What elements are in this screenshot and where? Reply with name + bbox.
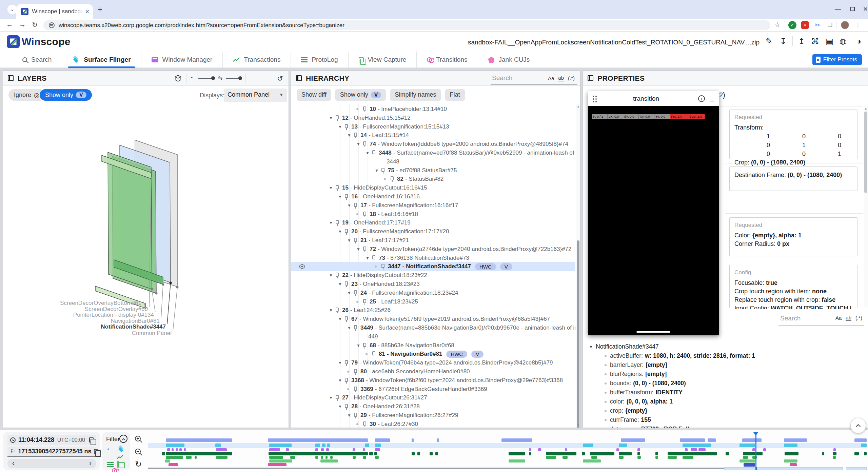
- tab-search[interactable]: Search: [12, 52, 62, 68]
- pin-icon[interactable]: [381, 264, 384, 268]
- surface-flinger-segment[interactable]: [327, 444, 331, 447]
- hierarchy-node-68[interactable]: ▼68- 885b63e NavigationBar0#68: [291, 341, 575, 350]
- transactions-segment[interactable]: [374, 452, 377, 455]
- copy-icon[interactable]: [89, 437, 94, 442]
- transactions-segment[interactable]: [785, 452, 798, 455]
- scrollbar-thumb[interactable]: [577, 240, 579, 428]
- match-case-icon[interactable]: Aa: [835, 315, 842, 321]
- window-manager-segment[interactable]: [269, 448, 280, 451]
- property-node[interactable]: currFrame:155: [583, 415, 863, 425]
- expand-arrow-icon[interactable]: ▼: [329, 220, 334, 225]
- pin-icon[interactable]: [345, 281, 348, 286]
- timeline-zoom-in-icon[interactable]: +: [135, 436, 141, 441]
- hierarchy-node-81[interactable]: 81- NavigationBar0#81HWCV: [291, 350, 575, 358]
- expand-arrow-icon[interactable]: ▼: [356, 247, 361, 252]
- transition-preview-window[interactable]: transition i P: 0 / 1dX: 0.0dY: 0.0Xv: 0…: [588, 91, 719, 335]
- transactions-segment[interactable]: [833, 452, 836, 455]
- hierarchy-node-15[interactable]: ▼15- HideDisplayCutout:16:16#15: [291, 183, 575, 192]
- show-only-chip[interactable]: Show onlyV: [335, 89, 386, 101]
- reset-view-icon[interactable]: ↺: [277, 75, 283, 83]
- window-manager-segment[interactable]: [179, 448, 181, 451]
- protolog-segment[interactable]: [743, 456, 748, 459]
- pin-icon[interactable]: [363, 247, 366, 251]
- view-capture-icon[interactable]: [117, 461, 119, 468]
- screen-recording-segment[interactable]: [268, 438, 368, 442]
- previous-frame-button[interactable]: ‹: [12, 459, 15, 467]
- site-info-icon[interactable]: [49, 22, 55, 28]
- protolog-segment[interactable]: [353, 456, 355, 459]
- browser-menu-icon[interactable]: ⋮: [854, 21, 862, 29]
- displays-dropdown[interactable]: Common Panel▼: [224, 88, 287, 101]
- collapse-timeline-icon[interactable]: [119, 435, 127, 443]
- pin-icon[interactable]: [363, 421, 366, 426]
- extension-check-icon[interactable]: ✓: [788, 21, 796, 29]
- screen-recording-segment[interactable]: [375, 438, 390, 442]
- screen-recording-segment[interactable]: [412, 438, 414, 442]
- layer-label[interactable]: ScreenDecorOverlayBottom#61: [60, 300, 141, 307]
- surface-flinger-segment[interactable]: [375, 444, 381, 447]
- pin-icon[interactable]: [336, 273, 339, 277]
- shortcuts-icon[interactable]: ⌘: [811, 37, 819, 46]
- transactions-segment[interactable]: [546, 452, 576, 455]
- simplify-names-chip[interactable]: Simplify names: [390, 89, 441, 101]
- protolog-segment[interactable]: [321, 456, 323, 459]
- expand-arrow-icon[interactable]: ▼: [375, 168, 379, 173]
- protolog-segment[interactable]: [290, 456, 295, 459]
- transactions-segment[interactable]: [822, 452, 824, 455]
- window-manager-segment[interactable]: [363, 448, 365, 451]
- pin-icon[interactable]: [336, 395, 339, 399]
- timeline-cursor[interactable]: [755, 435, 756, 467]
- view-capture-segment[interactable]: [583, 459, 601, 463]
- bookmark-star-icon[interactable]: ☆: [774, 21, 780, 28]
- match-word-icon[interactable]: ab: [558, 75, 564, 81]
- protolog-segment[interactable]: [330, 456, 332, 459]
- protolog-icon[interactable]: [107, 462, 114, 467]
- hierarchy-node-13[interactable]: ▼13- FullscreenMagnification:15:15#13: [291, 122, 575, 131]
- upload-icon[interactable]: ↥: [798, 37, 805, 46]
- transactions-segment[interactable]: [529, 452, 531, 455]
- surface-flinger-segment[interactable]: [619, 444, 627, 447]
- transactions-segment[interactable]: [269, 452, 368, 455]
- browser-tab[interactable]: Winscope | sandbox-FAI ✕: [16, 4, 93, 19]
- transactions-segment[interactable]: [582, 452, 585, 455]
- hierarchy-node-22[interactable]: ▼22- HideDisplayCutout:18:23#22: [291, 271, 575, 280]
- screen-recording-segment[interactable]: [784, 438, 807, 442]
- human-time-field[interactable]: 11:04:14.228 UTC+00:00: [7, 435, 96, 445]
- expand-arrow-icon[interactable]: ▼: [338, 378, 343, 383]
- surface-flinger-segment[interactable]: [322, 444, 326, 447]
- hierarchy-node-3447[interactable]: 3447- NotificationShade#3447HWCV: [291, 262, 575, 271]
- transactions-segment[interactable]: [417, 452, 420, 455]
- surface-flinger-segment[interactable]: [683, 444, 711, 447]
- minimap-track[interactable]: [148, 468, 724, 469]
- expand-arrow-icon[interactable]: ▼: [338, 124, 343, 129]
- surface-flinger-segment[interactable]: [365, 444, 369, 447]
- protolog-segment[interactable]: [637, 456, 641, 459]
- scroll-down-icon[interactable]: ▼: [577, 424, 580, 427]
- layer-label[interactable]: NotificationShade#3447: [101, 323, 166, 330]
- property-node[interactable]: dataspace:BT709 sRGB Full range: [583, 425, 863, 428]
- regex-icon[interactable]: (.*): [568, 75, 575, 81]
- pin-icon[interactable]: [336, 185, 339, 189]
- properties-scrollbar[interactable]: ▲: [864, 106, 868, 308]
- screen-recording-segment[interactable]: [166, 438, 232, 442]
- expand-arrow-icon[interactable]: ▼: [338, 229, 343, 234]
- protolog-segment[interactable]: [326, 456, 328, 459]
- scroll-to-top-button[interactable]: [850, 418, 866, 433]
- window-manager-segment[interactable]: [216, 448, 227, 451]
- pin-icon[interactable]: [363, 212, 366, 216]
- pin-icon[interactable]: [381, 168, 384, 172]
- pin-icon[interactable]: [345, 316, 348, 320]
- transitions-icon[interactable]: [112, 468, 117, 472]
- property-node[interactable]: bounds:(0, 0) - (1080, 2400): [583, 379, 863, 388]
- match-case-icon[interactable]: Aa: [548, 75, 554, 81]
- hierarchy-node-3449[interactable]: ▼3449- Surface(name=885b63e NavigationBa…: [291, 323, 575, 332]
- window-manager-segment[interactable]: [529, 448, 531, 451]
- transactions-segment[interactable]: [430, 452, 432, 455]
- transactions-segment[interactable]: [655, 452, 658, 455]
- expand-arrow-icon[interactable]: ▼: [338, 404, 343, 409]
- expand-arrow-icon[interactable]: ▼: [366, 256, 370, 260]
- extension-scissors-icon[interactable]: ✂: [813, 21, 822, 29]
- hierarchy-node-3368[interactable]: ▼3368- WindowToken{f6b2f60 type=2024 and…: [291, 376, 575, 385]
- property-node[interactable]: crop:{empty}: [583, 406, 863, 415]
- hierarchy-node-19[interactable]: ▼19- OneHanded:17:17#19: [291, 218, 575, 227]
